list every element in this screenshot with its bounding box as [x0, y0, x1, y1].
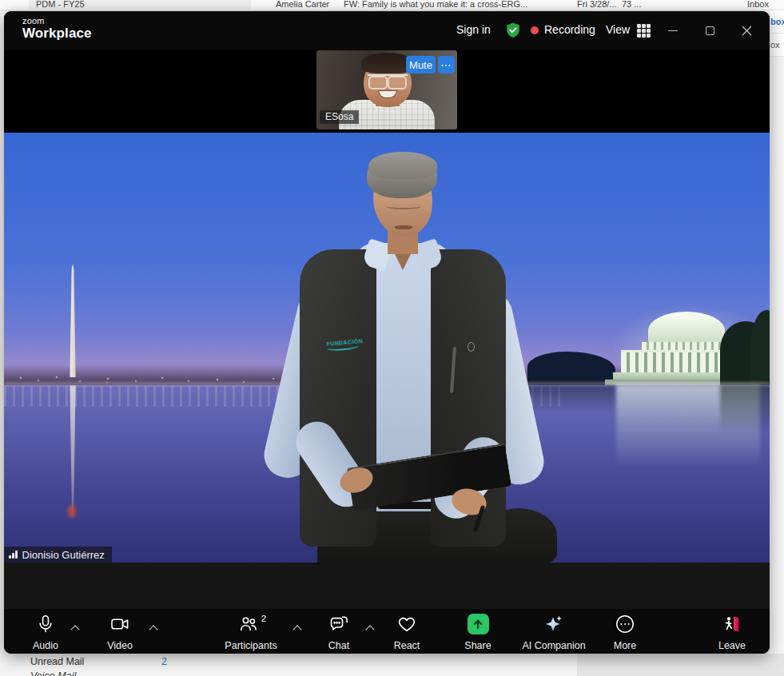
ai-companion-label: AI Companion	[522, 640, 585, 651]
ai-companion-sparkle-icon	[543, 613, 564, 634]
connection-signal-icon	[9, 551, 18, 559]
chat-icon	[328, 613, 350, 634]
minimize-button[interactable]	[661, 19, 685, 42]
participants-count: 2	[261, 614, 266, 623]
mail-date-cell: Fri 3/28/...	[577, 0, 617, 9]
monument-reflection-light	[68, 505, 76, 518]
participants-label: Participants	[225, 640, 277, 651]
microphone-icon	[36, 613, 55, 634]
chat-label: Chat	[328, 640, 349, 651]
mail-sidebar-bottom: Unread Mail 2 Voice Mail	[0, 654, 784, 676]
tree-silhouette	[527, 352, 615, 385]
view-button[interactable]: View	[606, 23, 630, 36]
share-button[interactable]: Share	[440, 613, 516, 651]
zoom-workplace-logo: zoom Workplace	[22, 17, 92, 40]
sidebar-item-voice-mail[interactable]: Voice Mail	[30, 670, 76, 676]
reading-pane-edge	[577, 654, 784, 676]
participants-icon: 2	[238, 613, 264, 634]
sidebar-item-unread-mail[interactable]: Unread Mail	[30, 656, 84, 667]
presenter-mouth	[395, 225, 412, 229]
view-layout-icon[interactable]	[637, 24, 651, 41]
thumb-person-glasses	[368, 74, 408, 85]
video-options-chevron[interactable]	[150, 624, 157, 631]
share-screen-icon	[468, 613, 489, 634]
react-label: React	[394, 640, 420, 651]
video-button[interactable]: Video	[82, 613, 158, 651]
share-label: Share	[464, 640, 491, 651]
trees-reflection	[720, 385, 770, 433]
mail-sender-cell: Amelia Carter	[276, 0, 329, 9]
sign-in-button[interactable]: Sign in	[456, 23, 491, 36]
close-button[interactable]	[734, 19, 758, 42]
recording-label: Recording	[544, 23, 595, 36]
presenter-brow	[386, 203, 421, 209]
thumbnail-more-button[interactable]: ⋯	[438, 56, 455, 74]
jefferson-memorial-dome	[648, 312, 725, 344]
more-ellipsis-icon	[615, 613, 635, 634]
heart-icon	[396, 613, 417, 634]
mailbox-label-cut: box	[770, 17, 784, 26]
mail-folder-cell: PDM - FY25	[36, 0, 85, 9]
presenter-hair-top	[368, 152, 437, 179]
mail-list-edge: box ox	[770, 10, 784, 654]
security-shield-icon[interactable]	[504, 21, 522, 43]
react-button[interactable]: React	[368, 613, 445, 651]
title-bar[interactable]: zoom Workplace Sign in Recording View	[4, 11, 770, 50]
leave-button[interactable]: Leave	[694, 613, 770, 651]
mailbox-label-cut: ox	[770, 40, 780, 50]
leave-door-icon	[722, 613, 742, 634]
mail-row-partial[interactable]: ox	[770, 34, 784, 57]
maximize-button[interactable]	[698, 19, 722, 42]
letterbox-band	[4, 563, 770, 609]
audio-label: Audio	[33, 640, 58, 651]
vest-chest-emblem	[468, 342, 475, 352]
leave-label: Leave	[718, 640, 746, 651]
more-button[interactable]: More	[587, 613, 663, 651]
mail-row-partial[interactable]: box	[770, 10, 784, 34]
zoom-meeting-window: zoom Workplace Sign in Recording View	[4, 11, 770, 654]
mute-button[interactable]: Mute	[406, 56, 436, 74]
audio-options-chevron[interactable]	[72, 624, 79, 631]
main-speaker-video[interactable]: FUNDACIÓN Dionisio Gutiérrez	[4, 133, 770, 563]
trees-reflection	[527, 385, 615, 412]
mail-size-cell: 73 ...	[622, 0, 641, 9]
brand-workplace: Workplace	[22, 26, 92, 41]
speaker-name: Dionisio Gutiérrez	[22, 549, 105, 561]
thumbnail-name-label: ESosa	[320, 110, 359, 124]
mail-list-row[interactable]: PDM - FY25 Amelia Carter FW: Family is w…	[0, 0, 784, 10]
recording-indicator-dot	[531, 26, 539, 34]
unread-count-badge: 2	[161, 656, 167, 667]
mail-subject-cell: FW: Family is what you make it: a cross-…	[344, 0, 527, 9]
brand-zoom: zoom	[22, 17, 92, 26]
self-view-thumbnail[interactable]: Mute ⋯ ESosa	[316, 50, 457, 129]
video-label: Video	[107, 640, 133, 651]
screen: PDM - FY25 Amelia Carter FW: Family is w…	[0, 0, 784, 676]
chat-button[interactable]: Chat	[300, 613, 377, 651]
more-label: More	[614, 640, 636, 651]
speaker-name-tag: Dionisio Gutiérrez	[4, 547, 112, 563]
jefferson-memorial-drum	[642, 342, 731, 350]
meeting-toolbar: Audio Video 2 Participants	[4, 609, 770, 654]
city-lights	[10, 372, 12, 374]
participants-button[interactable]: 2 Participants	[213, 613, 289, 651]
mail-mailbox-cell: Inbox	[747, 0, 769, 9]
camera-icon	[109, 613, 131, 634]
